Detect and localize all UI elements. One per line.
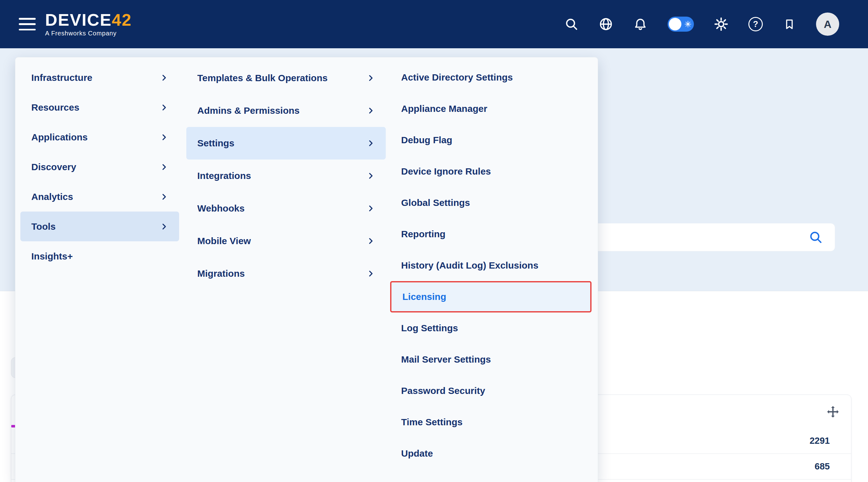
menu-item-device-ignore-rules[interactable]: Device Ignore Rules [390, 156, 591, 187]
menu-item-discovery[interactable]: Discovery [20, 152, 179, 182]
stat-value: 2291 [809, 435, 830, 446]
chevron-right-icon [366, 269, 375, 278]
menu-item-settings[interactable]: Settings [186, 127, 386, 160]
menu-item-reporting[interactable]: Reporting [390, 219, 591, 250]
menu-column-level2: Templates & Bulk Operations Admins & Per… [186, 62, 386, 290]
brand-name: DEVICE42 [45, 11, 132, 28]
chevron-right-icon [160, 163, 168, 171]
stat-value: 685 [815, 461, 830, 472]
chevron-right-icon [366, 171, 375, 180]
mega-menu-panel: Infrastructure Resources Applications Di… [15, 57, 598, 482]
menu-item-infrastructure[interactable]: Infrastructure [20, 63, 179, 92]
screen: 2291 685 DEVICE42 A Freshworks Company [0, 0, 868, 482]
top-navbar: DEVICE42 A Freshworks Company [0, 0, 868, 48]
navbar-actions: ? A [564, 12, 839, 36]
search-icon[interactable] [564, 17, 579, 31]
theme-toggle[interactable] [668, 17, 694, 32]
menu-item-mail-server-settings[interactable]: Mail Server Settings [390, 344, 591, 375]
menu-item-history-audit-log-exclusions[interactable]: History (Audit Log) Exclusions [390, 250, 591, 281]
menu-item-global-settings[interactable]: Global Settings [390, 187, 591, 219]
notifications-bell-icon[interactable] [633, 17, 648, 31]
menu-item-resources[interactable]: Resources [20, 92, 179, 122]
chevron-right-icon [160, 73, 168, 82]
bookmark-icon[interactable] [783, 17, 796, 31]
menu-item-applications[interactable]: Applications [20, 122, 179, 152]
menu-item-appliance-manager[interactable]: Appliance Manager [390, 93, 591, 124]
menu-item-migrations[interactable]: Migrations [186, 257, 386, 290]
menu-item-tools[interactable]: Tools [20, 211, 179, 241]
chevron-right-icon [366, 204, 375, 213]
menu-item-debug-flag[interactable]: Debug Flag [390, 124, 591, 156]
chevron-right-icon [160, 222, 168, 231]
chevron-right-icon [160, 192, 168, 201]
menu-item-mobile-view[interactable]: Mobile View [186, 225, 386, 257]
chevron-right-icon [160, 103, 168, 112]
globe-icon[interactable] [599, 17, 613, 31]
menu-item-log-settings[interactable]: Log Settings [390, 312, 591, 344]
menu-item-webhooks[interactable]: Webhooks [186, 192, 386, 225]
menu-item-integrations[interactable]: Integrations [186, 160, 386, 192]
menu-item-password-security[interactable]: Password Security [390, 375, 591, 406]
menu-item-update[interactable]: Update [390, 438, 591, 469]
chevron-right-icon [366, 106, 375, 115]
menu-item-admins-permissions[interactable]: Admins & Permissions [186, 94, 386, 127]
menu-item-analytics[interactable]: Analytics [20, 182, 179, 211]
avatar-initial: A [824, 18, 832, 30]
chevron-right-icon [366, 139, 375, 148]
question-mark: ? [748, 17, 763, 31]
brand-tagline: A Freshworks Company [45, 30, 132, 37]
menu-item-time-settings[interactable]: Time Settings [390, 406, 591, 438]
sun-icon [684, 20, 692, 28]
menu-column-level3: Active Directory Settings Appliance Mana… [390, 62, 591, 469]
chevron-right-icon [366, 236, 375, 246]
menu-item-insights-plus[interactable]: Insights+ [20, 241, 179, 271]
chevron-right-icon [160, 133, 168, 142]
move-icon[interactable] [826, 405, 840, 419]
hamburger-menu-icon[interactable] [19, 18, 36, 30]
help-icon[interactable]: ? [748, 17, 763, 31]
chevron-right-icon [366, 74, 375, 82]
menu-item-licensing[interactable]: Licensing [390, 281, 591, 312]
search-icon[interactable] [808, 230, 823, 245]
menu-item-active-directory-settings[interactable]: Active Directory Settings [390, 62, 591, 93]
brand-logo[interactable]: DEVICE42 A Freshworks Company [45, 11, 132, 37]
settings-gear-icon[interactable] [714, 17, 728, 31]
toggle-knob [669, 18, 681, 30]
menu-column-level1: Infrastructure Resources Applications Di… [20, 63, 179, 271]
menu-item-templates-bulk-operations[interactable]: Templates & Bulk Operations [186, 62, 386, 94]
user-avatar[interactable]: A [816, 12, 839, 36]
